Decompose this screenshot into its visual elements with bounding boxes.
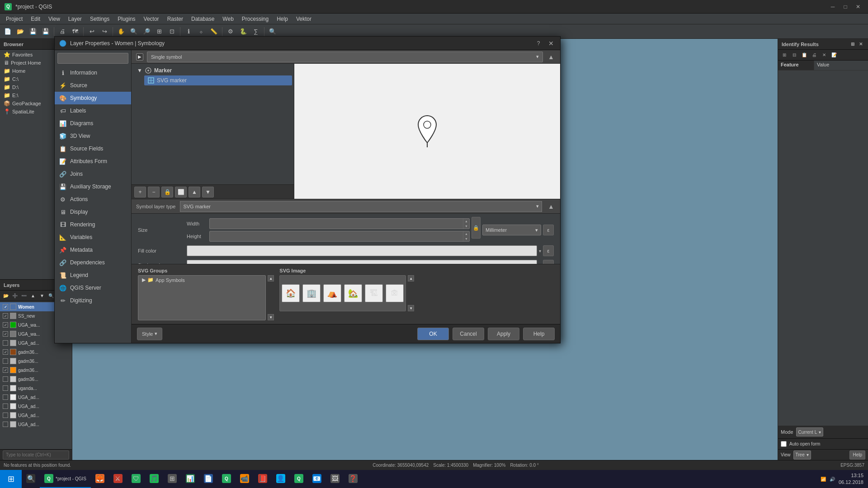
style-button[interactable]: Style ▾ (137, 328, 162, 340)
nav-legend[interactable]: 📜 Legend (55, 269, 131, 282)
sym-up-btn[interactable]: ▲ (189, 187, 200, 197)
information-icon: ℹ (59, 69, 66, 76)
taskbar-excel[interactable]: 📊 (181, 470, 199, 488)
height-spinbox[interactable]: 3.533333 ▲ ▼ (209, 231, 470, 242)
nav-rendering[interactable]: 🎞 Rendering (55, 218, 131, 231)
sym-duplicate-btn[interactable]: ⬜ (175, 187, 187, 197)
cancel-button[interactable]: Cancel (453, 328, 484, 340)
dialog-close-button[interactable]: ✕ (547, 39, 556, 48)
nav-symbology[interactable]: 🎨 Symbology (55, 92, 131, 104)
size-unit-dropdown[interactable]: Millimeter ▾ (482, 225, 541, 235)
size-lock-button[interactable]: 🔒 (472, 217, 481, 239)
nav-display[interactable]: 🖥 Display (55, 206, 131, 218)
svg-point-4 (424, 121, 431, 128)
svg-thumb-5[interactable]: 🏗 (365, 284, 383, 302)
nav-attributes-form[interactable]: 📝 Attributes Form (55, 155, 131, 168)
taskbar-qgis[interactable]: Q *project - QGIS (40, 470, 91, 488)
nav-qgis-server[interactable]: 🌐 QGIS Server (55, 282, 131, 294)
sym-lock-btn[interactable]: 🔒 (161, 187, 173, 197)
taskbar-spotify[interactable]: 🎵 (145, 470, 163, 488)
dialog-title-bar: Layer Properties - Women | Symbology ? ✕ (55, 37, 560, 50)
svg-app-symbols-label: App Symbols (156, 277, 185, 283)
nav-dependencies[interactable]: 🔗 Dependencies (55, 256, 131, 269)
stroke-color-expr-btn[interactable]: ε (543, 260, 554, 264)
nav-legend-label: Legend (70, 272, 88, 278)
taskbar-qgis2[interactable]: Q (217, 470, 236, 488)
taskbar-photos[interactable]: 🖼 (326, 470, 344, 488)
height-input[interactable]: 3.533333 (210, 234, 463, 239)
apply-button[interactable]: Apply (488, 328, 519, 340)
nav-diagrams-label: Diagrams (70, 120, 93, 127)
taskbar-search[interactable]: 🔍 (22, 470, 40, 488)
svg-scroll-up[interactable]: ▲ (268, 275, 274, 282)
help-button[interactable]: Help (523, 328, 555, 340)
width-spinbox[interactable]: 3.533333 ▲ ▼ (209, 218, 470, 229)
taskbar-skype[interactable]: 👤 (272, 470, 290, 488)
symbol-scroll-up[interactable]: ▲ (547, 52, 556, 61)
taskbar-word[interactable]: 📄 (199, 470, 217, 488)
svg-columns: SVG Groups ▶ 📁 App Symbols (138, 268, 554, 320)
fill-color-swatch[interactable] (187, 245, 537, 256)
stroke-color-swatch[interactable] (187, 260, 537, 264)
taskbar-mail[interactable]: 📧 (308, 470, 326, 488)
sym-add-btn[interactable]: + (134, 187, 146, 197)
nav-source-fields[interactable]: 📋 Source Fields (55, 142, 131, 155)
symbol-type-dropdown[interactable]: Single symbol ▾ (147, 52, 543, 62)
width-down-arrow[interactable]: ▼ (463, 224, 469, 229)
taskbar-app4[interactable]: 🛡 (127, 470, 145, 488)
nav-source[interactable]: ⚡ Source (55, 79, 131, 92)
svg-scroll-down[interactable]: ▼ (268, 314, 274, 320)
nav-metadata[interactable]: 📌 Metadata (55, 244, 131, 256)
symbol-type-value: Single symbol (151, 54, 182, 60)
svg-img-scroll-down[interactable]: ▼ (408, 305, 414, 311)
sym-remove-btn[interactable]: − (148, 187, 160, 197)
symbol-layer-type-arrow: ▾ (536, 203, 539, 209)
symbol-preview-area (294, 64, 560, 199)
dialog-top-section: ▼ Marker (132, 64, 560, 199)
svg-thumb-3[interactable]: ⛺ (323, 284, 341, 302)
symbol-node-marker[interactable]: ▼ Marker (133, 66, 292, 75)
symbol-child-svg-marker[interactable]: SVG marker (144, 75, 292, 85)
width-input[interactable]: 3.533333 (210, 221, 463, 226)
taskbar-help[interactable]: ❓ (344, 470, 362, 488)
svg-thumb-4[interactable]: 🏡 (344, 284, 362, 302)
taskbar-app3[interactable]: ⚔ (109, 470, 127, 488)
taskbar-pdf[interactable]: 📕 (254, 470, 272, 488)
taskbar-metro[interactable]: ⊞ (163, 470, 181, 488)
svg-list-app-symbols[interactable]: ▶ 📁 App Symbols (138, 276, 265, 284)
taskbar-vlc[interactable]: 📹 (236, 470, 254, 488)
nav-actions[interactable]: ⚙ Actions (55, 193, 131, 206)
dialog-help-button[interactable]: ? (534, 39, 543, 48)
nav-joins[interactable]: 🔗 Joins (55, 168, 131, 180)
auxiliary-storage-icon: 💾 (59, 183, 66, 190)
nav-variables[interactable]: 📐 Variables (55, 231, 131, 244)
nav-digitizing-label: Digitizing (70, 297, 92, 304)
svg-thumb-1[interactable]: 🏠 (282, 284, 300, 302)
taskbar-firefox[interactable]: 🦊 (91, 470, 109, 488)
height-up-arrow[interactable]: ▲ (463, 231, 469, 236)
symbol-layer-type-dropdown[interactable]: SVG marker ▾ (180, 201, 542, 212)
taskbar-qgis3[interactable]: Q (290, 470, 308, 488)
taskbar-network-icon: 📶 (821, 477, 826, 482)
ok-button[interactable]: OK (417, 328, 449, 340)
nav-display-label: Display (70, 209, 88, 215)
nav-diagrams[interactable]: 📊 Diagrams (55, 117, 131, 130)
sym-scroll-up[interactable]: ▲ (547, 202, 556, 211)
width-up-arrow[interactable]: ▲ (463, 219, 469, 224)
height-down-arrow[interactable]: ▼ (463, 236, 469, 241)
nav-labels[interactable]: 🏷 Labels (55, 104, 131, 117)
svg-thumb-2[interactable]: 🏢 (302, 284, 321, 302)
nav-digitizing[interactable]: ✏ Digitizing (55, 294, 131, 307)
size-expr-btn[interactable]: ε (543, 225, 554, 235)
dialog-search-input[interactable] (57, 53, 128, 64)
nav-information[interactable]: ℹ Information (55, 66, 131, 79)
start-button[interactable]: ⊞ (0, 470, 22, 488)
nav-3d-view[interactable]: 🧊 3D View (55, 130, 131, 142)
nav-rendering-label: Rendering (70, 221, 95, 228)
svg-img-scroll-up[interactable]: ▲ (408, 275, 414, 282)
nav-auxiliary-storage[interactable]: 💾 Auxiliary Storage (55, 180, 131, 193)
svg-thumb-6[interactable]: 🏚 (386, 284, 404, 302)
form-row-size: Size Width 3.533333 ▲ (138, 218, 554, 242)
sym-down-btn[interactable]: ▼ (202, 187, 214, 197)
fill-color-expr-btn[interactable]: ε (543, 245, 554, 256)
